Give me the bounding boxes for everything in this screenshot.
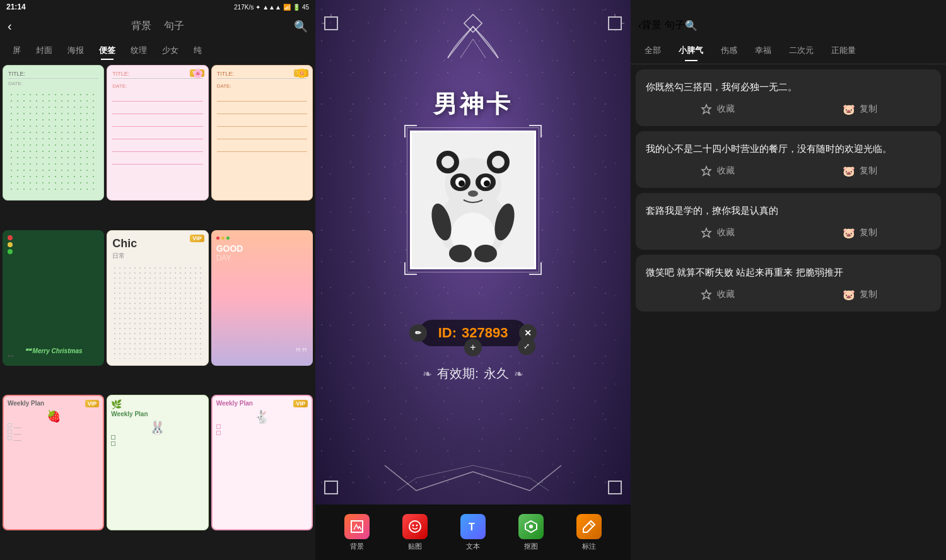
rcat-happy[interactable]: 幸福: [746, 41, 780, 60]
note-content-2: TITLE: DATE:: [107, 66, 207, 200]
panel-left: 21:14 217K/s ✦ ▲▲▲ 📶 🔋 45 ‹ 背景 句子 🔍 屏 封面…: [0, 0, 315, 560]
rcat-all[interactable]: 全部: [636, 41, 670, 60]
rcat-sad[interactable]: 伤感: [712, 41, 746, 60]
quote-text-2: 我的心不是二十四小时营业的餐厅，没有随时的欢迎光临。: [646, 141, 931, 156]
nav-tab-background-right[interactable]: 背景: [641, 20, 662, 30]
copy-btn-3[interactable]: 🐷 复制: [842, 226, 877, 240]
collect-label-2: 收藏: [717, 165, 735, 177]
quote-text-1: 你既然勾三搭四，我何必独一无二。: [646, 79, 931, 95]
frame-corner-bl: [404, 262, 417, 275]
gd-dots: [216, 236, 308, 240]
wallpaper-item-8[interactable]: 🌿 Weekly Plan 🐰: [107, 395, 208, 530]
copy-label-1: 复制: [860, 103, 877, 115]
signal-icon-left: ▲▲▲: [262, 4, 281, 11]
chic-dots: [112, 265, 202, 359]
svg-point-17: [476, 173, 496, 191]
right-category-tabs: 全部 小脾气 伤感 幸福 二次元 正能量: [631, 37, 946, 64]
quote-card-3: 套路我是学的，撩你我是认真的 收藏 🐷 复制: [636, 193, 941, 250]
rcat-positive[interactable]: 正能量: [822, 41, 865, 60]
cat-tab-screen[interactable]: 屏: [5, 42, 28, 59]
svg-point-14: [487, 151, 510, 173]
chic-sub: 日常: [112, 252, 202, 260]
copy-icon-2: 🐷: [842, 164, 856, 178]
svg-point-12: [436, 151, 459, 173]
copy-icon-4: 🐷: [842, 288, 856, 301]
rcat-anime[interactable]: 二次元: [780, 41, 822, 60]
note-dots-1: [8, 91, 98, 191]
cat-tab-cover[interactable]: 封面: [28, 42, 60, 59]
svg-point-13: [441, 156, 454, 168]
nav-tab-quotes-left[interactable]: 句子: [164, 20, 184, 33]
quote-card-2: 我的心不是二十四小时营业的餐厅，没有随时的欢迎光临。 收藏 🐷 复制: [636, 131, 941, 188]
cat-tab-girl[interactable]: 少女: [155, 42, 186, 59]
dot-yellow: [8, 242, 13, 247]
collect-btn-3[interactable]: 收藏: [699, 226, 735, 240]
wallpaper-grid: TITLE: DATE: VIP TITLE: DATE: 🌸 VIP TI: [0, 62, 315, 560]
svg-point-9: [438, 190, 508, 260]
frame-corner-tl: [404, 125, 417, 137]
chic-content: Chic 日常: [107, 231, 207, 365]
svg-point-24: [491, 201, 518, 242]
collect-btn-4[interactable]: 收藏: [699, 288, 735, 301]
wallpaper-item-5[interactable]: VIP Chic 日常: [107, 230, 208, 366]
search-icon-left[interactable]: 🔍: [294, 20, 308, 33]
collect-btn-1[interactable]: 收藏: [699, 102, 735, 116]
quote-text-3: 套路我是学的，撩你我是认真的: [646, 203, 931, 218]
network-left: 217K/s: [234, 4, 254, 11]
wallpaper-item-2[interactable]: VIP TITLE: DATE: 🌸: [107, 65, 208, 201]
cat-tab-note[interactable]: 便签: [91, 42, 123, 59]
id-value: 327893: [462, 325, 508, 341]
wallpaper-item-4[interactable]: ❝❝ Merry Christmas ❞❞: [3, 230, 104, 366]
card-id-section: ✏ ID: 327893 ✕ + ⤢: [419, 295, 527, 346]
copy-btn-1[interactable]: 🐷 复制: [842, 102, 877, 116]
wallpaper-item-9[interactable]: VIP Weekly Plan 🐇: [211, 395, 313, 530]
bunny-emoji: 🐰: [111, 420, 204, 435]
xmas-content: ❝❝ Merry Christmas ❞❞: [3, 230, 104, 366]
weekly-content-8: 🌿 Weekly Plan 🐰: [107, 395, 207, 530]
cat-tab-pure[interactable]: 纯: [186, 42, 209, 59]
svg-point-25: [449, 245, 472, 262]
wallpaper-item-7[interactable]: VIP Weekly Plan 🍓 ___ ___ ___: [3, 395, 104, 530]
back-button-left[interactable]: ‹: [8, 19, 12, 33]
wifi-icon-left: 📶: [283, 4, 291, 11]
note-title-1: TITLE:: [8, 71, 98, 79]
add-element-button[interactable]: +: [464, 339, 482, 356]
svg-point-21: [484, 180, 490, 187]
panel-right: 21:14 ....2.1K/s ✦ ▲▲ 📶 🔋 45 ‹ 背景 句子 🔍 全…: [631, 0, 946, 560]
star-icon-4: [699, 288, 713, 301]
copy-btn-2[interactable]: 🐷 复制: [842, 164, 877, 178]
weekly-lines-8: [111, 435, 204, 526]
panel-center: 21:14 0.7K/s ✦ ▲▲ 📶 🔋 45: [315, 0, 631, 560]
search-icon-right[interactable]: 🔍: [685, 20, 698, 32]
leaf-emoji: 🌿: [111, 399, 204, 409]
copy-btn-4[interactable]: 🐷 复制: [842, 288, 877, 301]
edit-button[interactable]: ✏: [409, 324, 427, 342]
collect-btn-2[interactable]: 收藏: [699, 164, 735, 178]
svg-point-23: [428, 201, 455, 242]
quote-actions-3: 收藏 🐷 复制: [646, 226, 931, 240]
note-date-1: DATE:: [8, 81, 98, 86]
wallpaper-item-1[interactable]: TITLE: DATE:: [3, 65, 104, 201]
dot-red: [8, 235, 13, 240]
cat-tab-poster[interactable]: 海报: [60, 42, 91, 59]
cat-tab-texture[interactable]: 纹理: [123, 42, 155, 59]
rcat-temper[interactable]: 小脾气: [670, 41, 712, 60]
good-day-text1: GOOD: [216, 243, 308, 254]
svg-point-20: [458, 180, 465, 187]
card-validity: ❧ 有效期: 永久 ❧: [423, 365, 523, 382]
wallpaper-item-3[interactable]: VIP TITLE: DATE: 🌼: [211, 65, 313, 201]
nav-title-right: 背景 句子: [641, 19, 684, 32]
good-day-text2: DAY: [216, 254, 308, 262]
star-icon-1: [699, 102, 713, 116]
vip-badge-9: VIP: [293, 400, 308, 407]
status-bar-left: 21:14 217K/s ✦ ▲▲▲ 📶 🔋 45: [0, 0, 315, 14]
copy-icon-1: 🐷: [842, 102, 856, 116]
wallpaper-item-6[interactable]: GOOD DAY ❞❞: [211, 230, 313, 366]
nav-tab-quotes-right[interactable]: 句子: [665, 20, 685, 30]
quote-actions-1: 收藏 🐷 复制: [646, 102, 931, 116]
card-title: 男神卡: [433, 88, 513, 120]
expand-button[interactable]: ⤢: [518, 337, 535, 355]
svg-point-18: [455, 177, 465, 187]
nav-tab-background-left[interactable]: 背景: [131, 20, 151, 33]
weekly-lines-7: ___ ___ ___: [8, 423, 99, 525]
